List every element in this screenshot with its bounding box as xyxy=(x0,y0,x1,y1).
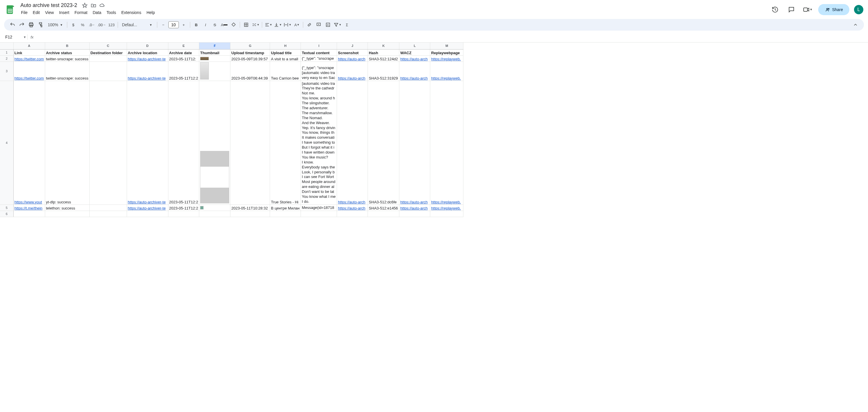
col-header-E[interactable]: E xyxy=(168,42,199,49)
cell[interactable] xyxy=(89,55,127,61)
italic-icon[interactable]: I xyxy=(201,20,210,29)
col-header-B[interactable]: B xyxy=(45,42,89,49)
header-cell[interactable]: WACZ xyxy=(399,49,430,55)
cell[interactable] xyxy=(89,205,127,211)
col-header-L[interactable]: L xyxy=(399,42,430,49)
cell[interactable]: https://auto-arch xyxy=(337,55,368,61)
currency-icon[interactable]: $ xyxy=(69,20,78,29)
cell[interactable]: https://auto-arch xyxy=(337,61,368,81)
cell[interactable]: twitter-snscrape: success xyxy=(45,61,89,81)
font-size-input[interactable]: 10 xyxy=(168,21,179,28)
col-header-A[interactable]: A xyxy=(13,42,45,49)
cell[interactable]: https://replayweb. xyxy=(430,81,463,205)
cell[interactable]: https://auto-archiver-te xyxy=(127,81,168,205)
strikethrough-icon[interactable]: S xyxy=(211,20,219,29)
cell[interactable]: Message(id=18718 xyxy=(301,205,337,211)
cell-reference[interactable]: F12 ▼ xyxy=(4,33,27,40)
cell[interactable]: 2023-05-11T12:2 xyxy=(168,81,199,205)
cell[interactable] xyxy=(199,61,230,81)
bold-icon[interactable]: B xyxy=(192,20,201,29)
link-icon[interactable] xyxy=(305,20,314,29)
col-header-F[interactable]: F xyxy=(199,42,230,49)
cell[interactable]: https://www.yout xyxy=(13,81,45,205)
header-cell[interactable]: Archive date xyxy=(168,49,199,55)
cell[interactable] xyxy=(45,211,89,217)
cell[interactable] xyxy=(399,211,430,217)
cell[interactable]: SHA3-512:e1456 xyxy=(368,205,399,211)
cell[interactable]: https://replayweb. xyxy=(430,61,463,81)
cell[interactable] xyxy=(199,211,230,217)
menu-file[interactable]: File xyxy=(19,9,30,16)
col-header-I[interactable]: I xyxy=(301,42,337,49)
text-color-icon[interactable]: A xyxy=(220,20,229,29)
row-header[interactable]: 1 xyxy=(0,49,13,55)
header-cell[interactable]: Archive status xyxy=(45,49,89,55)
cell[interactable]: https://auto-archiver-te xyxy=(127,61,168,81)
cell[interactable]: 2023-05-09T06:44:39 xyxy=(230,61,270,81)
cell[interactable] xyxy=(168,211,199,217)
move-icon[interactable] xyxy=(91,3,96,8)
col-header-K[interactable]: K xyxy=(368,42,399,49)
cell[interactable]: {"_type": "snscrape xyxy=(301,55,337,61)
col-header-J[interactable]: J xyxy=(337,42,368,49)
cell[interactable]: SHA3-512:dc6fe xyxy=(368,81,399,205)
undo-icon[interactable] xyxy=(8,20,17,29)
cell[interactable]: telethon: success xyxy=(45,205,89,211)
cell[interactable]: {"_type": "snscrape [automatic video tra… xyxy=(301,61,337,81)
header-cell[interactable]: Hash xyxy=(368,49,399,55)
functions-icon[interactable]: Σ xyxy=(343,20,351,29)
rotate-icon[interactable]: A▼ xyxy=(292,20,301,29)
font-size-decrease[interactable]: − xyxy=(159,20,168,29)
header-cell[interactable]: Archive location xyxy=(127,49,168,55)
meet-icon[interactable]: ▼ xyxy=(802,4,813,16)
col-header-G[interactable]: G xyxy=(230,42,270,49)
chart-icon[interactable] xyxy=(323,20,332,29)
borders-icon[interactable] xyxy=(242,20,250,29)
cell[interactable] xyxy=(127,211,168,217)
header-cell[interactable]: Destination folder xyxy=(89,49,127,55)
cell[interactable] xyxy=(270,211,301,217)
percent-icon[interactable]: % xyxy=(79,20,87,29)
cell[interactable]: https://auto-arch xyxy=(399,81,430,205)
sheets-logo[interactable] xyxy=(5,4,16,16)
cell[interactable]: https://replayweb. xyxy=(430,55,463,61)
cell[interactable]: 2023-05-09T16:39:57 xyxy=(230,55,270,61)
comment-icon[interactable] xyxy=(314,20,323,29)
cell[interactable] xyxy=(89,61,127,81)
cell[interactable]: SHA3-512:124d2 xyxy=(368,55,399,61)
halign-icon[interactable]: ▼ xyxy=(264,20,273,29)
cell[interactable] xyxy=(13,211,45,217)
cell[interactable] xyxy=(199,55,230,61)
col-header-C[interactable]: C xyxy=(89,42,127,49)
cell[interactable]: 2023-05-11T12: xyxy=(168,55,199,61)
cell[interactable]: 2023-05-11T12:2 xyxy=(168,61,199,81)
header-cell[interactable]: Textual content xyxy=(301,49,337,55)
menu-format[interactable]: Format xyxy=(72,9,90,16)
header-cell[interactable]: Screenshot xyxy=(337,49,368,55)
paint-format-icon[interactable] xyxy=(36,20,45,29)
cell[interactable]: Two Carrion bee xyxy=(270,61,301,81)
row-header[interactable]: 6 xyxy=(0,211,13,217)
menu-edit[interactable]: Edit xyxy=(31,9,42,16)
select-all-corner[interactable] xyxy=(0,42,13,49)
print-icon[interactable] xyxy=(27,20,35,29)
cell[interactable] xyxy=(230,81,270,205)
cell[interactable]: https://auto-arch xyxy=(337,205,368,211)
row-header[interactable]: 2 xyxy=(0,55,13,61)
header-cell[interactable]: Upload title xyxy=(270,49,301,55)
redo-icon[interactable] xyxy=(18,20,26,29)
cell[interactable] xyxy=(199,81,230,205)
cell[interactable] xyxy=(430,211,463,217)
cell[interactable] xyxy=(89,81,127,205)
header-cell[interactable]: Upload timestamp xyxy=(230,49,270,55)
header-cell[interactable]: Replaywebpage xyxy=(430,49,463,55)
cell[interactable] xyxy=(89,211,127,217)
comments-icon[interactable] xyxy=(785,4,797,16)
doc-title[interactable]: Auto archive test 2023-2 xyxy=(19,2,79,9)
cell[interactable]: В центре Милан xyxy=(270,205,301,211)
header-cell[interactable]: Link xyxy=(13,49,45,55)
decimal-increase-icon[interactable]: .00→ xyxy=(97,20,106,29)
cell[interactable]: https://auto-arch xyxy=(337,81,368,205)
cell[interactable] xyxy=(337,211,368,217)
menu-extensions[interactable]: Extensions xyxy=(119,9,143,16)
